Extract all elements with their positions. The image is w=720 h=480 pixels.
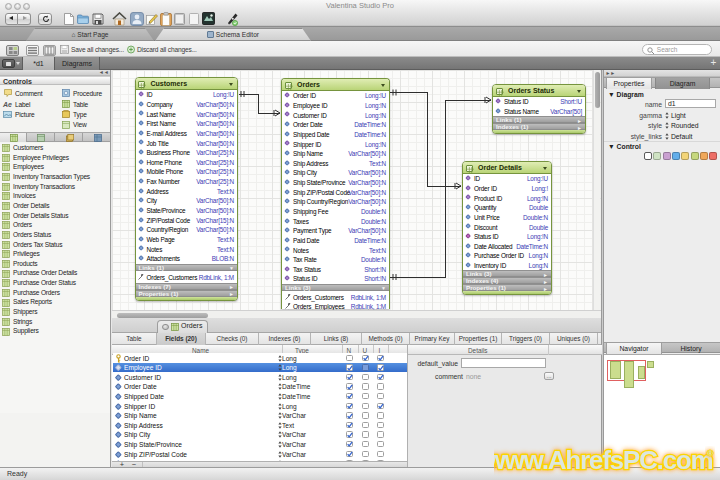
svg-text:®: ® [707,449,713,458]
svg-text:www.AhrefsPC.com: www.AhrefsPC.com [494,445,713,475]
